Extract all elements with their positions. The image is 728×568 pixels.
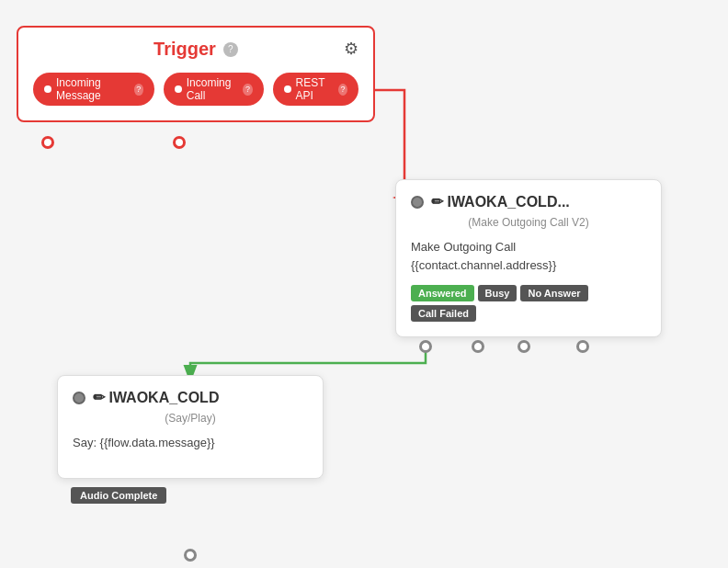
outgoing-node-dot [411, 196, 424, 209]
pill-dot [284, 85, 291, 93]
tag-call-failed[interactable]: Call Failed [411, 305, 476, 322]
connector-incoming-call [173, 136, 186, 149]
pill-dot [175, 85, 182, 93]
connector-audio-complete [184, 549, 197, 562]
outgoing-body-line1: Make Outgoing Call [411, 240, 516, 254]
outgoing-body-line2: {{contact.channel.address}} [411, 258, 556, 272]
audio-complete-tag[interactable]: Audio Complete [71, 487, 166, 504]
sayplay-node-subtitle: (Say/Play) [73, 412, 308, 425]
outgoing-node-subtitle: (Make Outgoing Call V2) [411, 216, 646, 229]
connector-busy [472, 340, 484, 353]
sayplay-node-dot [73, 392, 85, 404]
outgoing-node-body: Make Outgoing Call {{contact.channel.add… [411, 238, 646, 274]
connector-answered [419, 340, 432, 353]
tag-answered[interactable]: Answered [411, 285, 474, 301]
trigger-title: Trigger [154, 39, 216, 60]
pill-incoming-call[interactable]: Incoming Call ? [164, 73, 264, 106]
trigger-header: Trigger ? ⚙ [33, 39, 358, 60]
pill-rest-api[interactable]: REST API ? [273, 73, 358, 106]
pill-help-icon[interactable]: ? [134, 84, 143, 96]
pill-help-icon[interactable]: ? [338, 84, 347, 96]
connector-incoming-message [41, 136, 54, 149]
tag-busy[interactable]: Busy [478, 285, 518, 301]
canvas: Trigger ? ⚙ Incoming Message ? Incoming … [0, 0, 728, 568]
tag-no-answer[interactable]: No Answer [520, 285, 587, 301]
outgoing-node-header: ✏ IWAOKA_COLD... [411, 193, 646, 210]
sayplay-node-header: ✏ IWAOKA_COLD [73, 389, 308, 406]
outgoing-node-title: ✏ IWAOKA_COLD... [431, 193, 570, 210]
connector-no-answer [518, 340, 530, 353]
pill-rest-api-label: REST API [296, 76, 334, 102]
pill-incoming-message-label: Incoming Message [56, 76, 130, 102]
pill-incoming-call-label: Incoming Call [187, 76, 239, 102]
trigger-settings-icon[interactable]: ⚙ [344, 39, 358, 59]
trigger-pills: Incoming Message ? Incoming Call ? REST … [33, 73, 358, 106]
sayplay-node: ✏ IWAOKA_COLD (Say/Play) Say: {{flow.dat… [57, 375, 324, 479]
trigger-node: Trigger ? ⚙ Incoming Message ? Incoming … [17, 26, 375, 122]
sayplay-node-body: Say: {{flow.data.message}} [73, 434, 308, 452]
pill-help-icon[interactable]: ? [243, 84, 252, 96]
outgoing-node-tags: Answered Busy No Answer Call Failed [411, 285, 646, 322]
pill-dot [44, 85, 51, 93]
outgoing-call-node: ✏ IWAOKA_COLD... (Make Outgoing Call V2)… [395, 179, 662, 337]
pill-incoming-message[interactable]: Incoming Message ? [33, 73, 154, 106]
connector-call-failed [576, 340, 589, 353]
trigger-help-icon[interactable]: ? [223, 42, 238, 57]
sayplay-node-title: ✏ IWAOKA_COLD [93, 389, 219, 406]
